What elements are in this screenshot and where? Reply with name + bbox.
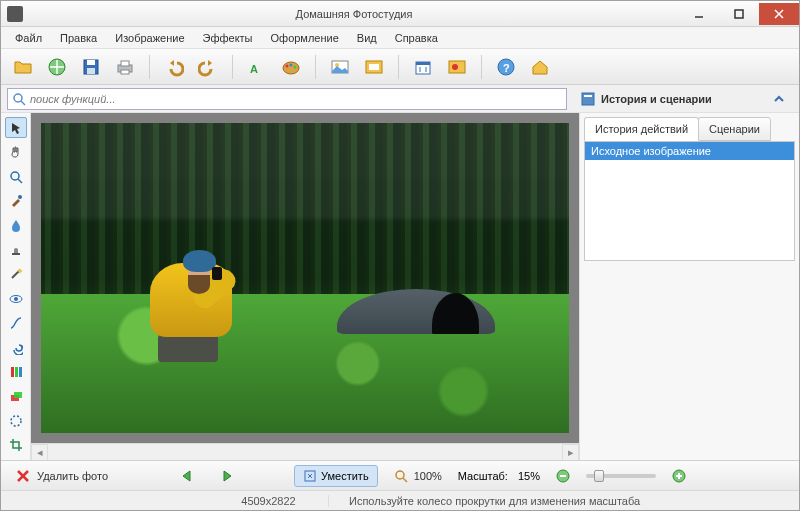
svg-point-48: [396, 471, 404, 479]
svg-point-13: [286, 64, 289, 67]
svg-point-34: [18, 195, 22, 199]
tab-history[interactable]: История действий: [584, 117, 699, 141]
postcard-button[interactable]: [443, 53, 471, 81]
scale-label: Масштаб:: [458, 470, 508, 482]
svg-line-29: [21, 101, 25, 105]
svg-rect-40: [15, 367, 18, 377]
undo-button[interactable]: [160, 53, 188, 81]
horizontal-scrollbar[interactable]: ◂ ▸: [31, 443, 579, 460]
drop-tool[interactable]: [5, 215, 27, 236]
menu-file[interactable]: Файл: [7, 29, 50, 47]
svg-rect-43: [14, 392, 22, 398]
photo-person: [136, 210, 273, 365]
menu-image[interactable]: Изображение: [107, 29, 192, 47]
prev-photo-button[interactable]: [174, 466, 204, 486]
wand-tool[interactable]: [5, 264, 27, 285]
zoom-slider-thumb[interactable]: [594, 470, 604, 482]
scroll-left-icon[interactable]: ◂: [31, 444, 48, 461]
rightpanel-tabs: История действий Сценарии: [584, 117, 795, 141]
palette-button[interactable]: [277, 53, 305, 81]
canvas-column: ◂ ▸: [31, 113, 579, 460]
close-button[interactable]: [759, 3, 799, 25]
heal-tool[interactable]: [5, 410, 27, 431]
search-input[interactable]: [30, 93, 562, 105]
svg-rect-41: [19, 367, 22, 377]
statusbar: 4509x2822 Используйте колесо прокрутки д…: [1, 490, 799, 510]
status-dimensions: 4509x2822: [209, 495, 329, 507]
fit-label: Уместить: [321, 470, 369, 482]
crop-tool[interactable]: [5, 435, 27, 456]
fit-button[interactable]: Уместить: [294, 465, 378, 487]
print-button[interactable]: [111, 53, 139, 81]
history-panel-icon: [581, 92, 595, 106]
photo-tent: [337, 259, 495, 333]
svg-point-38: [14, 297, 18, 301]
zoom-tool[interactable]: [5, 166, 27, 187]
main-toolbar: A ?: [1, 49, 799, 85]
tab-scenarios[interactable]: Сценарии: [698, 117, 771, 141]
menubar: Файл Правка Изображение Эффекты Оформлен…: [1, 27, 799, 49]
menu-help[interactable]: Справка: [387, 29, 446, 47]
app-icon: [7, 6, 23, 22]
svg-point-28: [14, 94, 22, 102]
collapse-panel-icon[interactable]: [773, 93, 785, 105]
right-panel: История действий Сценарии Исходное изобр…: [579, 113, 799, 460]
image-button[interactable]: [326, 53, 354, 81]
zoom-in-button[interactable]: [666, 466, 692, 486]
rightpanel-header: История и сценарии: [573, 92, 793, 106]
zoom-slider[interactable]: [586, 474, 656, 478]
delete-photo-button[interactable]: Удалить фото: [9, 465, 114, 487]
save-button[interactable]: [77, 53, 105, 81]
svg-point-14: [290, 63, 293, 66]
svg-rect-35: [12, 253, 20, 255]
menu-edit[interactable]: Правка: [52, 29, 105, 47]
delete-photo-label: Удалить фото: [37, 470, 108, 482]
rightpanel-title: История и сценарии: [601, 93, 712, 105]
svg-line-33: [18, 179, 22, 183]
next-photo-button[interactable]: [214, 466, 244, 486]
help-button[interactable]: ?: [492, 53, 520, 81]
scroll-right-icon[interactable]: ▸: [562, 444, 579, 461]
svg-line-49: [403, 478, 407, 482]
search-row: История и сценарии: [1, 85, 799, 113]
status-hint: Используйте колесо прокрутки для изменен…: [329, 495, 791, 507]
search-box[interactable]: [7, 88, 567, 110]
search-icon: [12, 92, 26, 106]
calendar-button[interactable]: [409, 53, 437, 81]
stamp-tool[interactable]: [5, 239, 27, 260]
swirl-tool[interactable]: [5, 337, 27, 358]
content-area: ◂ ▸ История действий Сценарии Исходное и…: [1, 113, 799, 460]
menu-design[interactable]: Оформление: [263, 29, 347, 47]
svg-point-25: [452, 64, 458, 70]
bottom-toolbar: Удалить фото Уместить 100% Масштаб: 15%: [1, 460, 799, 490]
eye-tool[interactable]: [5, 288, 27, 309]
home-button[interactable]: [526, 53, 554, 81]
history-item[interactable]: Исходное изображение: [585, 142, 794, 160]
zoom-100-icon: [394, 469, 408, 483]
zoom-out-button[interactable]: [550, 466, 576, 486]
redo-button[interactable]: [194, 53, 222, 81]
color-bars-tool[interactable]: [5, 361, 27, 382]
brush-tool[interactable]: [5, 190, 27, 211]
text-button[interactable]: A: [243, 53, 271, 81]
catalog-button[interactable]: [43, 53, 71, 81]
zoom-100-button[interactable]: 100%: [388, 466, 448, 486]
maximize-button[interactable]: [719, 3, 759, 25]
minimize-button[interactable]: [679, 3, 719, 25]
open-folder-button[interactable]: [9, 53, 37, 81]
frame-button[interactable]: [360, 53, 388, 81]
svg-rect-31: [584, 95, 592, 97]
menu-effects[interactable]: Эффекты: [195, 29, 261, 47]
menu-view[interactable]: Вид: [349, 29, 385, 47]
canvas[interactable]: [31, 113, 579, 443]
curves-tool[interactable]: [5, 312, 27, 333]
svg-point-15: [294, 65, 297, 68]
pointer-tool[interactable]: [5, 117, 27, 138]
left-toolbox: [1, 113, 31, 460]
svg-text:?: ?: [503, 62, 510, 74]
svg-text:A: A: [250, 63, 258, 75]
hand-tool[interactable]: [5, 141, 27, 162]
history-list[interactable]: Исходное изображение: [584, 141, 795, 261]
svg-rect-39: [11, 367, 14, 377]
layers-tool[interactable]: [5, 386, 27, 407]
